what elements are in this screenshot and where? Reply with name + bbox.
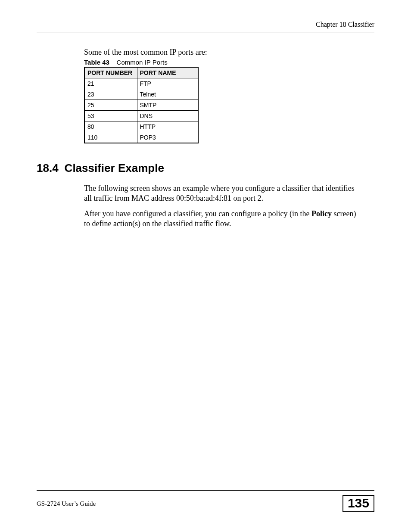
cell-port-number: 23 [84, 89, 137, 100]
para-text: After you have configured a classifier, … [84, 209, 311, 218]
cell-port-name: HTTP [137, 121, 198, 132]
cell-port-name: POP3 [137, 132, 198, 143]
cell-port-name: SMTP [137, 100, 198, 111]
intro-text: Some of the most common IP ports are: [84, 48, 374, 57]
table-row: 21 FTP [84, 78, 198, 89]
table-title: Common IP Ports [117, 59, 168, 66]
table-row: 53 DNS [84, 111, 198, 121]
table-caption: Table 43 Common IP Ports [84, 59, 374, 66]
col-port-name: PORT NAME [137, 67, 198, 78]
cell-port-number: 53 [84, 111, 137, 121]
section-number: 18.4 [37, 162, 59, 175]
cell-port-name: DNS [137, 111, 198, 121]
section-paragraph: The following screen shows an example wh… [84, 184, 360, 204]
ip-ports-table: PORT NUMBER PORT NAME 21 FTP 23 Telnet 2… [84, 67, 199, 143]
table-row: 25 SMTP [84, 100, 198, 111]
cell-port-number: 110 [84, 132, 137, 143]
footer-guide: GS-2724 User’s Guide [37, 500, 96, 507]
section-title: Classifier Example [65, 162, 164, 175]
cell-port-number: 21 [84, 78, 137, 89]
cell-port-number: 80 [84, 121, 137, 132]
table-row: 110 POP3 [84, 132, 198, 143]
table-row: 23 Telnet [84, 89, 198, 100]
page: Chapter 18 Classifier Some of the most c… [0, 0, 411, 532]
col-port-number: PORT NUMBER [84, 67, 137, 78]
table-row: 80 HTTP [84, 121, 198, 132]
cell-port-name: FTP [137, 78, 198, 89]
page-header: Chapter 18 Classifier [37, 21, 374, 32]
section-heading: 18.4 Classifier Example [37, 162, 374, 175]
cell-port-name: Telnet [137, 89, 198, 100]
cell-port-number: 25 [84, 100, 137, 111]
section-paragraph: After you have configured a classifier, … [84, 209, 360, 229]
page-content: Some of the most common IP ports are: Ta… [37, 48, 374, 229]
page-footer: GS-2724 User’s Guide 135 [37, 490, 374, 512]
table-number: Table 43 [84, 59, 109, 66]
table-header-row: PORT NUMBER PORT NAME [84, 67, 198, 78]
chapter-label: Chapter 18 Classifier [316, 21, 374, 28]
bold-text: Policy [311, 209, 332, 218]
page-number: 135 [342, 495, 374, 512]
